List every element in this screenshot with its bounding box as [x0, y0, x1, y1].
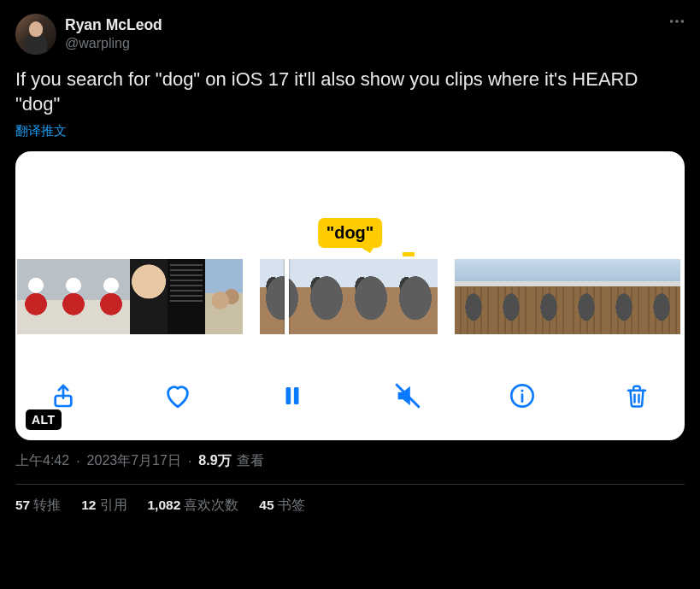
likes-label: 喜欢次数: [184, 498, 238, 512]
bookmarks-label: 书签: [278, 498, 305, 512]
svg-point-0: [670, 20, 674, 23]
pause-icon[interactable]: [274, 377, 311, 415]
tweet-container: Ryan McLeod @warpling If you search for …: [0, 0, 700, 515]
media-card[interactable]: "dog": [15, 151, 685, 440]
svg-point-2: [681, 20, 685, 23]
clip-thumb[interactable]: [17, 259, 130, 334]
retweets-label: 转推: [33, 498, 61, 512]
bookmarks-stat[interactable]: 45书签: [259, 497, 304, 515]
tweet-text: If you search for "dog" on iOS 17 it'll …: [15, 67, 685, 116]
likes-count: 1,082: [148, 498, 181, 512]
views-label: 查看: [237, 452, 264, 470]
quotes-count: 12: [81, 498, 96, 512]
retweets-stat[interactable]: 57转推: [15, 497, 61, 515]
heart-icon[interactable]: [159, 377, 197, 415]
display-name: Ryan McLeod: [65, 16, 162, 35]
svg-rect-5: [294, 387, 299, 404]
views-count: 8.9万: [198, 452, 231, 470]
likes-stat[interactable]: 1,082喜欢次数: [148, 497, 239, 515]
clip-group-1[interactable]: [17, 259, 243, 334]
video-timeline-strip[interactable]: [15, 259, 685, 334]
svg-point-9: [521, 389, 523, 392]
clip-thumb[interactable]: [205, 259, 243, 334]
playhead-icon[interactable]: [285, 259, 289, 334]
bubble-tick-icon: [403, 252, 415, 256]
trash-icon[interactable]: [618, 377, 656, 415]
avatar[interactable]: [15, 14, 56, 55]
clip-thumb[interactable]: [168, 259, 205, 334]
quotes-stat[interactable]: 12引用: [81, 497, 126, 515]
alt-badge[interactable]: ALT: [26, 409, 62, 430]
engagement-bar: 57转推 12引用 1,082喜欢次数 45书签: [15, 485, 685, 515]
clip-thumb[interactable]: [130, 259, 168, 334]
clip-group-3[interactable]: [455, 259, 680, 334]
more-icon[interactable]: [668, 12, 686, 34]
dot-separator: ·: [74, 454, 81, 469]
author-names[interactable]: Ryan McLeod @warpling: [65, 16, 162, 52]
svg-point-1: [675, 20, 679, 23]
handle: @warpling: [65, 35, 162, 52]
mute-icon[interactable]: [389, 377, 426, 415]
tweet-date[interactable]: 2023年7月17日: [87, 452, 181, 470]
info-icon[interactable]: [503, 377, 541, 415]
search-term-bubble: "dog": [318, 218, 383, 248]
media-toolbar: [15, 370, 685, 421]
translate-link[interactable]: 翻译推文: [15, 123, 67, 139]
svg-rect-4: [286, 387, 291, 404]
clip-group-2[interactable]: [260, 259, 438, 334]
tweet-time[interactable]: 上午4:42: [15, 452, 69, 470]
tweet-meta: 上午4:42 · 2023年7月17日 · 8.9万 查看: [15, 452, 685, 470]
quotes-label: 引用: [100, 498, 127, 512]
tweet-header: Ryan McLeod @warpling: [15, 14, 685, 55]
retweets-count: 57: [15, 498, 30, 512]
bookmarks-count: 45: [259, 498, 274, 512]
dot-separator: ·: [186, 454, 193, 469]
